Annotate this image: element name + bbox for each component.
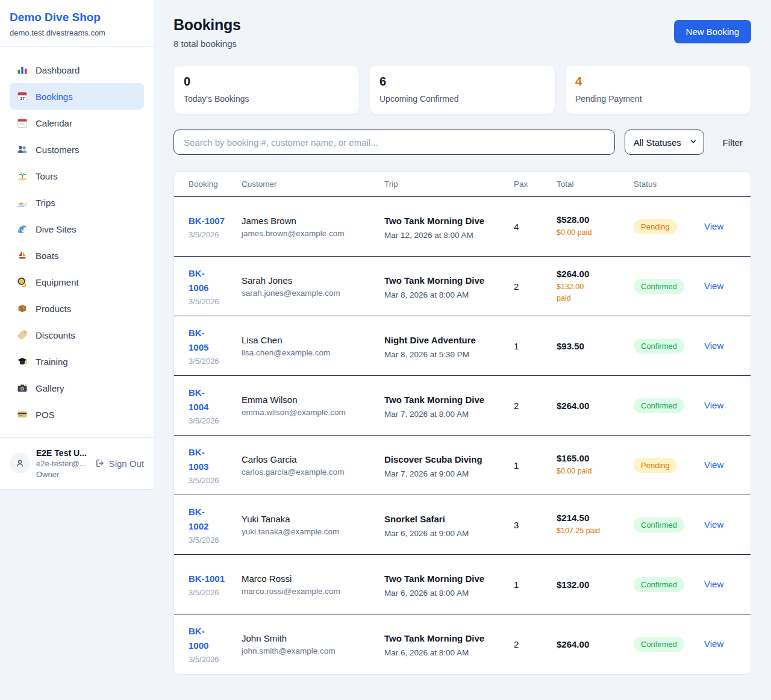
- credit-card-icon: [17, 409, 28, 420]
- stat-card: 4 Pending Payment: [565, 65, 751, 114]
- user-meta: E2E Test U... e2e-tester@... Owner: [36, 448, 87, 480]
- pax-count: 4: [514, 197, 557, 257]
- customers-icon: [17, 144, 28, 155]
- total-amount: $528.00: [557, 214, 626, 225]
- sidebar-item-label: Dashboard: [36, 65, 80, 75]
- total-amount: $264.00: [557, 401, 626, 411]
- booking-id-link[interactable]: BK- 1005: [189, 326, 208, 355]
- app-root: Demo Dive Shop demo.test.divestreams.com…: [0, 0, 771, 693]
- total-amount: $214.50: [557, 513, 626, 523]
- person-icon: [15, 458, 25, 468]
- status-badge: Confirmed: [634, 339, 684, 354]
- customer-email: marco.rossi@example.com: [242, 587, 377, 596]
- customer-name: Sarah Jones: [242, 275, 377, 286]
- customer-name: John Smith: [242, 633, 377, 643]
- trip-name: Two Tank Morning Dive: [384, 273, 507, 288]
- tag-icon: [17, 330, 28, 340]
- pax-count: 1: [514, 316, 557, 376]
- sidebar-item-products[interactable]: Products: [10, 295, 144, 322]
- customer-name: Carlos Garcia: [242, 454, 377, 464]
- stats-row: 0 Today's Bookings 6 Upcoming Confirmed …: [173, 65, 751, 114]
- sidebar-item-boats[interactable]: Boats: [10, 242, 144, 269]
- sidebar-item-tours[interactable]: Tours: [10, 163, 144, 189]
- trip-datetime: Mar 6, 2026 at 8:00 AM: [384, 648, 507, 657]
- view-link[interactable]: View: [704, 340, 723, 351]
- trip-datetime: Mar 7, 2026 at 8:00 AM: [384, 410, 507, 419]
- sidebar-item-dashboard[interactable]: Dashboard: [10, 57, 144, 83]
- customer-name: Lisa Chen: [242, 335, 377, 345]
- view-link[interactable]: View: [704, 639, 723, 649]
- table-row: BK- 1005 3/5/2026 Lisa Chen lisa.chen@ex…: [174, 316, 751, 376]
- trip-name: Two Tank Morning Dive: [384, 214, 507, 228]
- sidebar-item-calendar[interactable]: Calendar: [10, 110, 144, 136]
- status-filter-select[interactable]: All Statuses: [625, 130, 704, 155]
- sidebar-item-pos[interactable]: POS: [10, 401, 144, 428]
- view-link[interactable]: View: [704, 400, 723, 410]
- column-header-booking: Booking: [174, 172, 242, 197]
- booking-id-link[interactable]: BK- 1002: [189, 505, 208, 534]
- trip-name: Two Tank Morning Dive: [384, 572, 507, 586]
- view-link[interactable]: View: [704, 460, 723, 470]
- logout-icon: [95, 458, 105, 468]
- sidebar-item-trips[interactable]: Trips: [10, 189, 144, 216]
- view-link[interactable]: View: [704, 519, 723, 530]
- stat-card: 6 Upcoming Confirmed: [369, 65, 555, 114]
- brand-name: Demo Dive Shop: [10, 11, 144, 24]
- total-amount: $264.00: [557, 639, 626, 649]
- main-content: Bookings 8 total bookings New Booking 0 …: [154, 0, 771, 693]
- customer-name: James Brown: [242, 216, 377, 226]
- filter-button[interactable]: Filter: [704, 137, 751, 148]
- package-icon: [17, 303, 28, 314]
- speedboat-icon: [17, 197, 28, 208]
- sidebar-item-equipment[interactable]: Equipment: [10, 269, 144, 295]
- sidebar-item-label: Discounts: [36, 330, 75, 340]
- table-row: BK-1007 3/5/2026 James Brown james.brown…: [174, 197, 751, 257]
- stat-value: 6: [379, 75, 545, 89]
- sidebar-item-label: Boats: [36, 251, 58, 261]
- booking-id-link[interactable]: BK- 1004: [189, 386, 208, 414]
- page-title: Bookings: [173, 16, 241, 34]
- sidebar-nav: Dashboard 17 Bookings Calendar Customers…: [0, 47, 154, 433]
- trip-name: Snorkel Safari: [384, 512, 507, 527]
- sidebar-item-training[interactable]: Training: [10, 348, 144, 375]
- trip-name: Discover Scuba Diving: [384, 452, 507, 467]
- new-booking-button[interactable]: New Booking: [674, 20, 751, 43]
- sailboat-icon: [17, 250, 28, 261]
- customer-email: james.brown@example.com: [242, 229, 377, 238]
- customer-name: Marco Rossi: [242, 573, 377, 584]
- status-select-wrap: All Statuses: [625, 130, 704, 155]
- booking-id-link[interactable]: BK- 1006: [189, 266, 208, 295]
- sidebar-item-dive-sites[interactable]: Dive Sites: [10, 216, 144, 242]
- sidebar-item-gallery[interactable]: Gallery: [10, 375, 144, 401]
- pax-count: 1: [514, 436, 557, 495]
- booking-id-link[interactable]: BK-1007: [189, 214, 225, 228]
- customer-name: Emma Wilson: [242, 395, 377, 405]
- trip-datetime: Mar 6, 2026 at 9:00 AM: [384, 529, 507, 538]
- sidebar-item-bookings[interactable]: 17 Bookings: [10, 83, 144, 110]
- view-link[interactable]: View: [704, 281, 723, 291]
- status-badge: Confirmed: [634, 517, 684, 533]
- graduation-cap-icon: [17, 356, 28, 367]
- sign-out-button[interactable]: Sign Out: [95, 458, 144, 469]
- view-link[interactable]: View: [704, 579, 723, 589]
- booking-created-date: 3/5/2026: [189, 536, 234, 545]
- view-link[interactable]: View: [704, 221, 723, 231]
- booking-id-link[interactable]: BK- 1000: [189, 624, 208, 653]
- pax-count: 2: [514, 257, 557, 316]
- total-amount: $264.00: [557, 269, 626, 279]
- search-input[interactable]: [173, 130, 615, 155]
- status-badge: Confirmed: [634, 637, 684, 652]
- page-subtitle: 8 total bookings: [173, 39, 241, 49]
- sidebar-item-discounts[interactable]: Discounts: [10, 322, 144, 348]
- sidebar-item-label: Gallery: [36, 383, 64, 393]
- status-badge: Confirmed: [634, 577, 684, 592]
- bookings-table-card: BookingCustomerTripPaxTotalStatus BK-100…: [173, 171, 751, 675]
- booking-id-link[interactable]: BK- 1003: [189, 445, 208, 474]
- stat-label: Upcoming Confirmed: [379, 94, 545, 104]
- trip-name: Night Dive Adventure: [384, 333, 507, 348]
- trip-datetime: Mar 8, 2026 at 5:30 PM: [384, 350, 507, 359]
- sidebar-item-label: Training: [36, 357, 68, 367]
- sidebar-item-customers[interactable]: Customers: [10, 136, 144, 163]
- booking-id-link[interactable]: BK-1001: [189, 572, 225, 586]
- customer-email: emma.wilson@example.com: [242, 408, 377, 417]
